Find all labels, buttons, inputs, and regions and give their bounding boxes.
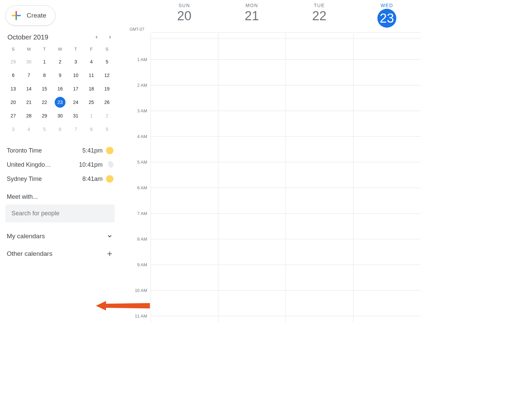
mini-day-cell[interactable]: 17	[68, 82, 83, 96]
mini-day-cell[interactable]: 10	[68, 69, 83, 82]
mini-day-cell[interactable]: 4	[83, 55, 99, 69]
plus-small-icon	[106, 250, 113, 257]
hour-gridline	[151, 188, 421, 188]
mini-day-cell[interactable]: 5	[99, 55, 115, 69]
mini-dow-label: S	[5, 45, 21, 55]
hour-gridline	[151, 239, 421, 239]
my-calendars-label[interactable]: My calendars	[7, 233, 45, 240]
mini-day-cell[interactable]: 25	[83, 96, 99, 109]
day-number[interactable]: 20	[151, 9, 218, 23]
mini-dow-label: T	[37, 45, 52, 55]
mini-dow-label: F	[83, 45, 99, 55]
add-other-calendar-button[interactable]	[106, 250, 113, 257]
hour-gridline	[151, 290, 421, 291]
day-column[interactable]	[151, 34, 218, 322]
create-button[interactable]: Create	[5, 5, 55, 26]
day-column-header[interactable]: SUN20	[151, 0, 218, 28]
mini-day-cell[interactable]: 31	[68, 109, 83, 123]
mini-next-button[interactable]	[106, 33, 114, 41]
mini-day-cell[interactable]: 1	[37, 55, 52, 69]
hour-gridline	[151, 213, 421, 214]
world-clock-row[interactable]: Toronto Time5:41pm	[5, 143, 115, 158]
hour-label: 8 AM	[137, 237, 147, 242]
mini-day-cell[interactable]: 5	[37, 123, 52, 136]
chevron-left-icon	[95, 35, 99, 39]
mini-day-cell[interactable]: 4	[21, 123, 36, 136]
mini-day-cell[interactable]: 19	[99, 82, 115, 96]
mini-day-cell[interactable]: 18	[83, 82, 99, 96]
clock-time: 5:41pm	[82, 147, 103, 154]
day-column-header[interactable]: MON21	[218, 0, 286, 28]
create-label: Create	[27, 12, 46, 19]
mini-prev-button[interactable]	[92, 33, 101, 41]
day-column-header[interactable]: TUE22	[286, 0, 353, 28]
mini-day-cell[interactable]: 11	[83, 69, 99, 82]
day-number[interactable]: 21	[218, 9, 286, 23]
mini-calendar-title: October 2019	[7, 33, 48, 41]
mini-day-cell[interactable]: 9	[99, 123, 115, 136]
mini-day-cell[interactable]: 12	[99, 69, 115, 82]
hour-label: 6 AM	[137, 185, 147, 190]
mini-dow-label: S	[99, 45, 115, 55]
mini-day-cell[interactable]: 29	[5, 55, 21, 69]
hour-gridline	[151, 111, 421, 111]
mini-day-cell[interactable]: 3	[5, 123, 21, 136]
my-calendars-toggle[interactable]	[106, 233, 113, 240]
hour-label: 9 AM	[137, 262, 147, 267]
dow-label: MON	[218, 3, 286, 8]
mini-day-cell[interactable]: 2	[99, 109, 115, 123]
plus-icon	[10, 10, 22, 21]
mini-day-cell[interactable]: 30	[52, 109, 68, 123]
mini-day-cell[interactable]: 26	[99, 96, 115, 109]
mini-day-cell[interactable]: 8	[83, 123, 99, 136]
meet-with-label: Meet with...	[7, 193, 115, 200]
mini-day-cell[interactable]: 15	[37, 82, 52, 96]
mini-day-cell[interactable]: 1	[83, 109, 99, 123]
mini-day-cell[interactable]: 27	[5, 109, 21, 123]
mini-day-cell[interactable]: 14	[21, 82, 36, 96]
mini-day-cell[interactable]: 23	[52, 96, 68, 109]
hour-label: 11 AM	[135, 314, 147, 319]
hour-label: 10 AM	[135, 288, 147, 293]
sun-icon	[106, 147, 113, 154]
clock-label: United Kingdo…	[7, 161, 76, 168]
mini-day-cell[interactable]: 28	[21, 109, 36, 123]
dow-label: SUN	[151, 3, 218, 8]
mini-day-cell[interactable]: 29	[37, 109, 52, 123]
mini-day-cell[interactable]: 22	[37, 96, 52, 109]
mini-day-cell[interactable]: 9	[52, 69, 68, 82]
mini-day-cell[interactable]: 6	[5, 69, 21, 82]
mini-dow-label: W	[52, 45, 68, 55]
clock-time: 10:41pm	[79, 161, 103, 168]
svg-rect-3	[17, 15, 21, 16]
svg-rect-0	[16, 11, 17, 15]
mini-day-cell[interactable]: 20	[5, 96, 21, 109]
mini-day-cell[interactable]: 24	[68, 96, 83, 109]
other-calendars-label[interactable]: Other calendars	[7, 250, 52, 257]
hour-label: 4 AM	[137, 134, 147, 139]
world-clock-row[interactable]: United Kingdo…10:41pm	[5, 158, 115, 172]
mini-day-cell[interactable]: 7	[68, 123, 83, 136]
chevron-down-icon	[107, 234, 112, 239]
mini-day-cell[interactable]: 13	[5, 82, 21, 96]
mini-day-cell[interactable]: 3	[68, 55, 83, 69]
day-number[interactable]: 22	[286, 9, 353, 23]
hour-gridline	[151, 38, 421, 39]
day-column-header[interactable]: WED23	[353, 0, 421, 28]
mini-day-cell[interactable]: 8	[37, 69, 52, 82]
mini-day-cell[interactable]: 16	[52, 82, 68, 96]
mini-day-cell[interactable]: 2	[52, 55, 68, 69]
hour-gridline	[151, 162, 421, 162]
mini-day-cell[interactable]: 6	[52, 123, 68, 136]
timezone-label: GMT-07	[130, 27, 144, 32]
day-column[interactable]	[353, 34, 421, 322]
world-clock-row[interactable]: Sydney Time8:41am	[5, 172, 115, 186]
search-people-input[interactable]	[5, 205, 115, 222]
mini-day-cell[interactable]: 30	[21, 55, 36, 69]
day-column[interactable]	[286, 34, 353, 322]
day-column[interactable]	[218, 34, 286, 322]
mini-day-cell[interactable]: 7	[21, 69, 36, 82]
mini-day-cell[interactable]: 21	[21, 96, 36, 109]
hour-gridline	[151, 59, 421, 60]
day-number[interactable]: 23	[377, 9, 396, 28]
